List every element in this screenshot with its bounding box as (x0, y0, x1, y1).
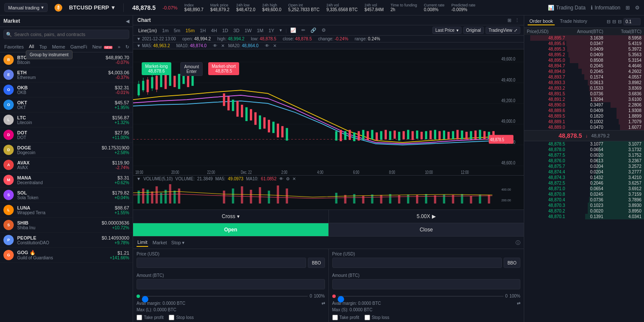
filter-tab-all[interactable]: All (28, 43, 35, 51)
timeframe-15m[interactable]: 15m (184, 27, 196, 34)
long-amount-input[interactable] (137, 279, 325, 289)
orderbook-tab-history[interactable]: Trade history (558, 18, 589, 25)
ob-bid-row[interactable]: 48,875.7 0.0204 3.2572 (524, 164, 644, 169)
ob-ask-row[interactable]: 48,894.0 0.2045 4.2602 (524, 69, 644, 74)
close-btn[interactable]: Close (328, 223, 524, 236)
information-btn[interactable]: ℹ Information (591, 5, 620, 11)
screenshot-icon[interactable]: 🔗 (309, 27, 318, 34)
order-info-icon[interactable]: ⓘ (516, 240, 520, 246)
sidebar-collapse-icon[interactable]: ◀ (126, 18, 129, 24)
ob-ask-row[interactable]: 48,890.0 0.3497 2.2806 (524, 102, 644, 108)
timeframe-1h[interactable]: 1H (198, 27, 207, 34)
ob-view-both-icon[interactable]: ⊟ (607, 19, 611, 24)
ob-size-input[interactable] (623, 18, 641, 25)
filter-tab-meme[interactable]: Meme (51, 43, 66, 51)
short-take-profit-check[interactable] (332, 315, 338, 320)
ob-ask-row[interactable]: 48,894.7 0.2045 4.4646 (524, 63, 644, 69)
settings-chart-icon[interactable]: ⚙ (320, 27, 328, 34)
ob-ask-row[interactable]: 48,891.5 0.0736 3.6836 (524, 91, 644, 97)
ob-bid-row[interactable]: 48,870.2 0.0020 3.8950 (524, 208, 644, 214)
pair-selector[interactable]: BTCUSD PERP ▾ (69, 4, 115, 11)
ob-bid-row[interactable]: 48,876.0 0.0613 3.2367 (524, 158, 644, 164)
coin-row[interactable]: L LTC Litecoin $156.87 +1.32% (0, 112, 133, 128)
trading-mode-selector[interactable]: Manual trading ▾ (4, 3, 48, 12)
long-stop-loss-checkbox[interactable]: Stop loss (169, 315, 194, 320)
ob-bid-row[interactable]: 48,870.4 0.0736 3.7896 (524, 197, 644, 203)
ob-bid-row[interactable]: 48,871.0 0.0654 3.6912 (524, 186, 644, 191)
ob-bid-row[interactable]: 48,872.5 0.2046 3.6257 (524, 180, 644, 186)
long-slider[interactable] (142, 296, 308, 303)
expand-icon[interactable]: ⊞ (507, 18, 511, 23)
timeframe-line1m[interactable]: Line(1m) (137, 27, 158, 34)
coin-row[interactable]: G GOG 🔥 Guild of Guardians $1.21 +141.66… (0, 248, 133, 263)
ob-bid-row[interactable]: 48,877.5 0.0020 3.1752 (524, 152, 644, 158)
short-amount-input[interactable] (332, 279, 521, 289)
short-price-bbo-btn[interactable]: BBO (504, 258, 520, 268)
ob-bid-row[interactable]: 48,870.1 0.1391 4.0341 (524, 214, 644, 219)
layout-icon[interactable]: ⊞ (626, 5, 630, 11)
trading-data-btn[interactable]: 📊 Trading Data (548, 5, 586, 11)
timeframe-1w[interactable]: 1W (243, 27, 254, 34)
long-price-bbo-btn[interactable]: BBO (308, 258, 325, 268)
long-take-profit-check[interactable] (137, 315, 142, 320)
short-price-input[interactable] (332, 258, 502, 268)
last-price-btn[interactable]: Last Price ▾ (432, 27, 461, 34)
ob-ask-row[interactable]: 48,895.7 3.1638 8.5958 (524, 35, 644, 41)
long-stop-loss-check[interactable] (169, 315, 174, 320)
volume-eye-icon[interactable]: 👁 (279, 176, 283, 181)
timeframe-3d[interactable]: 3D (232, 27, 241, 34)
filter-tab-more[interactable]: » (117, 43, 121, 51)
coin-row[interactable]: S SOL Sola Token $179.82 +0.04% (0, 188, 133, 203)
draw-icon[interactable]: ✏ (300, 27, 307, 34)
ob-ask-row[interactable]: 48,889.6 0.0409 1.9308 (524, 108, 644, 113)
short-slider[interactable] (337, 296, 504, 303)
chart-ma-close[interactable]: ✕ (221, 43, 225, 48)
coin-row[interactable]: E ETH Ethereum $4,003.06 -0.37% (0, 67, 133, 82)
coin-row[interactable]: S SHIB Shiba Inu $0.00003636 +10.72% (0, 218, 133, 233)
ob-bid-row[interactable]: 48,870.3 0.1023 3.8930 (524, 203, 644, 208)
filter-tab-top[interactable]: Top (38, 43, 48, 51)
short-stop-loss-checkbox[interactable]: Stop loss (365, 315, 389, 320)
order-tab-market[interactable]: Market (152, 239, 168, 246)
leverage-btn[interactable]: 5.00X ▶ (329, 210, 524, 223)
ob-ask-row[interactable]: 48,895.3 0.0409 5.3972 (524, 46, 644, 52)
timeframe-1m[interactable]: 1m (160, 27, 170, 34)
order-tab-limit[interactable]: Limit (137, 238, 148, 247)
search-input[interactable] (3, 30, 129, 39)
coin-row[interactable]: O OKT OKT $45.57 +1.95% (0, 97, 133, 112)
chart-menu-icon[interactable]: ⋮ (515, 18, 519, 23)
ob-bid-row[interactable]: 48,878.5 3.1077 3.1077 (524, 141, 644, 147)
coin-row[interactable]: O OKB OKB $32.31 -0.01% (0, 82, 133, 97)
short-take-profit-checkbox[interactable]: Take profit (332, 315, 359, 320)
ob-bid-row[interactable]: 48,870.8 0.0245 3.7159 (524, 191, 644, 197)
ob-view-bid-icon[interactable]: ⊟ (618, 19, 622, 24)
filter-tab-favorites[interactable]: Favorites (3, 43, 24, 51)
indicator-icon[interactable]: 📈 (289, 27, 298, 34)
ob-bid-row[interactable]: 48,878.0 0.0654 3.1732 (524, 147, 644, 152)
ob-ask-row[interactable]: 48,895.2 0.0409 5.3563 (524, 52, 644, 58)
ob-bid-row[interactable]: 48,874.3 0.1432 3.4210 (524, 175, 644, 180)
chart-ma20-eye[interactable]: 👁 (265, 43, 269, 48)
coin-row[interactable]: L LUNA Wrapped Terra $88.67 +1.55% (0, 203, 133, 218)
long-take-profit-checkbox[interactable]: Take profit (137, 315, 164, 320)
ob-ask-row[interactable]: 48,895.6 0.0347 5.4319 (524, 41, 644, 46)
timeframe-1m-btn[interactable]: 1M (255, 27, 265, 34)
filter-tab-new[interactable]: New NEW (91, 43, 113, 51)
coin-row[interactable]: P PEOPLE ConstitutionDAO $0.14093000 +9.… (0, 233, 133, 248)
coin-row[interactable]: D DOT DOT $27.95 +11.00% (0, 128, 133, 143)
ob-ask-row[interactable]: 48,891.2 1.3294 3.6100 (524, 97, 644, 102)
refresh-icon[interactable]: ↻ (125, 44, 129, 50)
cross-btn[interactable]: Cross ▾ (133, 210, 329, 223)
filter-tab-gamefi[interactable]: GameFi (70, 43, 88, 51)
ob-ask-row[interactable]: 48,895.0 0.8508 5.3154 (524, 58, 644, 63)
ob-ask-row[interactable]: 48,889.0 0.0470 1.6077 (524, 125, 644, 130)
ob-ask-row[interactable]: 48,893.7 0.1574 4.0557 (524, 74, 644, 80)
short-margin-icon[interactable]: ⇄ (517, 301, 520, 306)
ob-ask-row[interactable]: 48,893.2 0.1533 3.8369 (524, 85, 644, 91)
tradingview-btn[interactable]: TradingView ⤢ (486, 27, 520, 34)
ob-view-ask-icon[interactable]: ⊟ (612, 19, 616, 24)
timeframe-1d[interactable]: 1D (221, 27, 230, 34)
original-btn[interactable]: Original (463, 27, 484, 34)
timeframe-4h[interactable]: 4H (209, 27, 219, 34)
ob-ask-row[interactable]: 48,893.3 0.0613 3.8982 (524, 80, 644, 85)
